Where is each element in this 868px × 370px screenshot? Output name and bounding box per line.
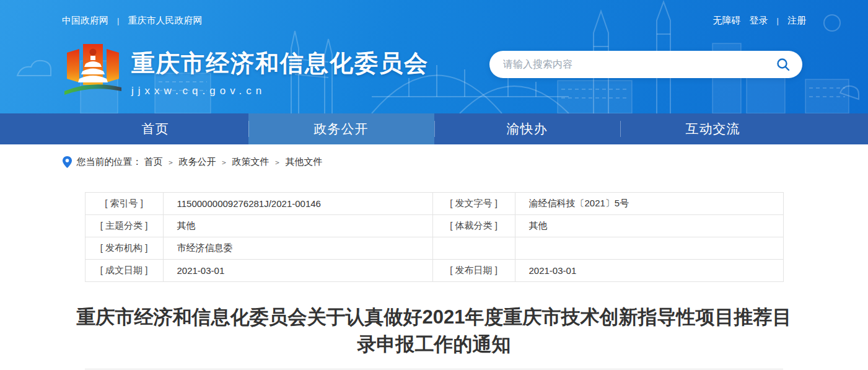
topbar-left-links: 中国政府网 | 重庆市人民政府网 <box>62 15 202 27</box>
meta-label-r1c2: [ 体裁分类 ] <box>432 215 515 237</box>
title-divider <box>85 369 783 369</box>
search-button[interactable] <box>775 56 791 73</box>
topbar: 中国政府网 | 重庆市人民政府网 无障碍 登录 | 注册 <box>62 15 806 27</box>
link-login[interactable]: 登录 <box>750 15 768 27</box>
meta-label-r2c2 <box>432 237 515 260</box>
main-nav-items: 首页政务公开渝快办互动交流 <box>63 113 806 144</box>
search-box <box>489 51 802 78</box>
site-logo-icon <box>62 39 124 101</box>
brand-text: 重庆市经济和信息化委员会 jjxxw.cq.gov.cn <box>131 39 429 97</box>
breadcrumb-prefix: 您当前的位置： <box>77 156 142 168</box>
page-content: 您当前的位置： 首页＞政务公开＞政策文件＞其他文件 [ 索引号 ]1150000… <box>63 156 806 369</box>
topbar-right-links: 无障碍 登录 | 注册 <box>713 15 806 27</box>
nav-tab-2[interactable]: 渝快办 <box>434 113 620 144</box>
meta-value-r1c1: 其他 <box>163 215 432 237</box>
breadcrumb-separator: ＞ <box>167 158 175 167</box>
meta-value-r1c3: 其他 <box>515 215 783 237</box>
site-title: 重庆市经济和信息化委员会 <box>131 48 429 79</box>
nav-tab-3[interactable]: 互动交流 <box>620 113 806 144</box>
breadcrumb-link-2[interactable]: 政策文件 <box>232 156 270 167</box>
search-input[interactable] <box>503 59 775 70</box>
meta-value-r3c3: 2021-03-01 <box>515 260 783 282</box>
topbar-separator: | <box>777 16 779 25</box>
site-header: 中国政府网 | 重庆市人民政府网 无障碍 登录 | 注册 <box>0 0 868 113</box>
breadcrumb-link-1[interactable]: 政务公开 <box>179 156 216 167</box>
breadcrumb-separator: ＞ <box>274 158 281 167</box>
link-register[interactable]: 注册 <box>787 15 806 27</box>
meta-table-row-2: [ 发布机构 ]市经济信息委 <box>85 237 783 260</box>
meta-value-r2c3 <box>515 237 783 260</box>
meta-label-r3c0: [ 成文日期 ] <box>85 260 163 282</box>
breadcrumb-items: 首页＞政务公开＞政策文件＞其他文件 <box>144 156 323 168</box>
meta-value-r3c1: 2021-03-01 <box>163 260 432 282</box>
meta-value-r2c1: 市经济信息委 <box>163 237 432 260</box>
meta-value-r0c1: 11500000009276281J/2021-00146 <box>163 193 432 215</box>
link-chongqing-gov[interactable]: 重庆市人民政府网 <box>128 15 202 27</box>
meta-label-r0c0: [ 索引号 ] <box>85 193 163 215</box>
nav-tab-1[interactable]: 政务公开 <box>248 113 434 144</box>
meta-label-r2c0: [ 发布机构 ] <box>85 237 163 260</box>
meta-label-r0c2: [ 发文字号 ] <box>432 193 515 215</box>
link-china-gov[interactable]: 中国政府网 <box>62 15 108 27</box>
site-brand: 重庆市经济和信息化委员会 jjxxw.cq.gov.cn <box>62 39 429 101</box>
breadcrumb: 您当前的位置： 首页＞政务公开＞政策文件＞其他文件 <box>63 156 806 168</box>
location-pin-icon <box>63 156 72 168</box>
breadcrumb-link-0[interactable]: 首页 <box>144 156 163 167</box>
meta-table-row-3: [ 成文日期 ]2021-03-01[ 发布日期 ]2021-03-01 <box>85 260 783 282</box>
nav-tab-0[interactable]: 首页 <box>63 113 248 144</box>
document-meta-table: [ 索引号 ]11500000009276281J/2021-00146[ 发文… <box>85 192 784 282</box>
main-nav: 首页政务公开渝快办互动交流 <box>0 113 868 144</box>
meta-table-row-0: [ 索引号 ]11500000009276281J/2021-00146[ 发文… <box>85 193 783 215</box>
meta-label-r1c0: [ 主题分类 ] <box>85 215 163 237</box>
meta-label-r3c2: [ 发布日期 ] <box>432 260 515 282</box>
topbar-separator: | <box>117 16 119 25</box>
article-title: 重庆市经济和信息化委员会关于认真做好2021年度重庆市技术创新指导性项目推荐目录… <box>69 304 800 358</box>
site-url: jjxxw.cq.gov.cn <box>131 85 429 97</box>
search-icon <box>776 57 791 72</box>
meta-value-r0c3: 渝经信科技〔2021〕5号 <box>515 193 783 215</box>
breadcrumb-link-3[interactable]: 其他文件 <box>286 156 323 167</box>
breadcrumb-separator: ＞ <box>221 158 228 167</box>
meta-table-row-1: [ 主题分类 ]其他[ 体裁分类 ]其他 <box>85 215 783 237</box>
link-accessibility[interactable]: 无障碍 <box>713 15 741 27</box>
